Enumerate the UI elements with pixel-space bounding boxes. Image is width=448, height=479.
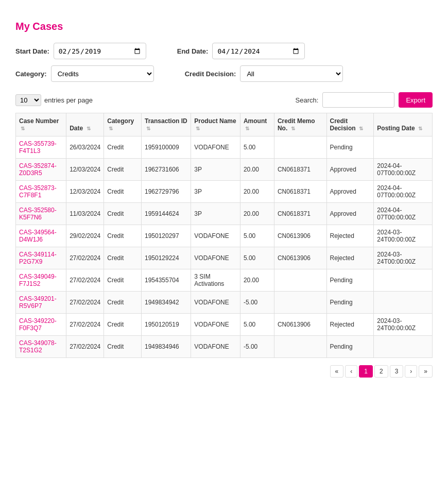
end-date-input[interactable] xyxy=(212,43,305,59)
cell-category: Credit xyxy=(104,225,142,247)
cell-posting-date: 2024-03-24T00:00:00Z xyxy=(374,314,433,336)
credit-decision-select[interactable]: All Pending Approved Rejected xyxy=(240,65,343,82)
pagination-next[interactable]: › xyxy=(405,365,417,378)
col-header-credit-decision[interactable]: Credit Decision ⇅ xyxy=(326,113,374,136)
cell-credit-memo-no: CN0618371 xyxy=(274,203,326,225)
cell-posting-date: 2024-04-07T00:00:00Z xyxy=(374,203,433,225)
cell-credit-decision: Pending xyxy=(326,269,374,292)
start-date-input[interactable] xyxy=(54,43,146,59)
pagination-page-1[interactable]: 1 xyxy=(359,365,373,378)
cell-credit-decision: Approved xyxy=(326,159,374,181)
cell-date: 12/03/2024 xyxy=(66,181,104,203)
cell-case-number: CAS-349220-F0F3Q7 xyxy=(16,314,66,336)
cell-date: 27/02/2024 xyxy=(66,314,104,336)
cell-product-name: 3P xyxy=(191,203,240,225)
cell-product-name: 3 SIM Activations xyxy=(191,269,240,292)
pagination-prev[interactable]: ‹ xyxy=(345,365,357,378)
cell-amount: 5.00 xyxy=(240,136,274,159)
cell-product-name: VODAFONE xyxy=(191,247,240,269)
cell-amount: 20.00 xyxy=(240,269,274,292)
cell-posting-date xyxy=(374,336,433,358)
cell-transaction-id: 1949834942 xyxy=(141,292,191,314)
end-date-label: End Date: xyxy=(177,47,209,55)
category-label: Category: xyxy=(15,70,47,78)
cases-table: Case Number ⇅ Date ⇅ Category ⇅ Transact… xyxy=(15,113,433,358)
col-header-posting-date[interactable]: Posting Date ⇅ xyxy=(374,113,433,136)
col-header-amount[interactable]: Amount ⇅ xyxy=(240,113,274,136)
cell-product-name: VODAFONE xyxy=(191,292,240,314)
cell-amount: 5.00 xyxy=(240,225,274,247)
cell-transaction-id: 1962731606 xyxy=(141,159,191,181)
case-number-link[interactable]: CAS-355739-F4T1L3 xyxy=(19,140,57,155)
cell-credit-memo-no: CN0613906 xyxy=(274,314,326,336)
cell-credit-decision: Rejected xyxy=(326,314,374,336)
case-number-link[interactable]: CAS-349201-R5V6P7 xyxy=(19,295,57,310)
col-header-credit-memo-no[interactable]: Credit Memo No. ⇅ xyxy=(274,113,326,136)
cell-credit-decision: Pending xyxy=(326,136,374,159)
cell-case-number: CAS-352580-K5F7N6 xyxy=(16,203,66,225)
sort-icon-credit-decision: ⇅ xyxy=(359,126,363,131)
cell-amount: 5.00 xyxy=(240,314,274,336)
cell-amount: 20.00 xyxy=(240,203,274,225)
sort-icon-category: ⇅ xyxy=(109,126,113,131)
search-label: Search: xyxy=(296,96,319,104)
sort-icon-credit-memo-no: ⇅ xyxy=(291,126,295,131)
pagination-page-2[interactable]: 2 xyxy=(374,365,388,378)
table-row: CAS-349049-F7J1S2 27/02/2024 Credit 1954… xyxy=(16,269,433,292)
cell-case-number: CAS-355739-F4T1L3 xyxy=(16,136,66,159)
cell-credit-decision: Rejected xyxy=(326,247,374,269)
cell-amount: 20.00 xyxy=(240,159,274,181)
cell-case-number: CAS-349201-R5V6P7 xyxy=(16,292,66,314)
table-row: CAS-355739-F4T1L3 26/03/2024 Credit 1959… xyxy=(16,136,433,159)
sort-icon-posting-date: ⇅ xyxy=(418,126,422,131)
table-row: CAS-349564-D4W1J6 29/02/2024 Credit 1950… xyxy=(16,225,433,247)
case-number-link[interactable]: CAS-349049-F7J1S2 xyxy=(19,273,57,287)
pagination-last[interactable]: » xyxy=(419,365,433,378)
pagination-first[interactable]: « xyxy=(330,365,344,378)
col-header-product-name[interactable]: Product Name ⇅ xyxy=(191,113,240,136)
cell-posting-date xyxy=(374,136,433,159)
table-row: CAS-349114-P2G7X9 27/02/2024 Credit 1950… xyxy=(16,247,433,269)
pagination-page-3[interactable]: 3 xyxy=(390,365,404,378)
search-input[interactable] xyxy=(322,92,394,108)
cell-transaction-id: 1954355704 xyxy=(141,269,191,292)
table-row: CAS-352873-C7F8F1 12/03/2024 Credit 1962… xyxy=(16,181,433,203)
case-number-link[interactable]: CAS-349564-D4W1J6 xyxy=(19,229,57,243)
cell-product-name: VODAFONE xyxy=(191,225,240,247)
pagination: « ‹ 1 2 3 › » xyxy=(15,365,433,378)
case-number-link[interactable]: CAS-349078-T2S1G2 xyxy=(19,339,57,354)
case-number-link[interactable]: CAS-352874-Z0D3R5 xyxy=(19,162,57,177)
cell-credit-decision: Pending xyxy=(326,292,374,314)
case-number-link[interactable]: CAS-352873-C7F8F1 xyxy=(19,184,57,199)
entries-per-page-select[interactable]: 10 25 50 100 xyxy=(15,94,41,106)
cell-date: 11/03/2024 xyxy=(66,203,104,225)
cell-product-name: VODAFONE xyxy=(191,336,240,358)
cell-product-name: VODAFONE xyxy=(191,136,240,159)
sort-icon-case-number: ⇅ xyxy=(21,126,25,131)
cell-case-number: CAS-349114-P2G7X9 xyxy=(16,247,66,269)
cell-credit-decision: Pending xyxy=(326,336,374,358)
table-row: CAS-352874-Z0D3R5 12/03/2024 Credit 1962… xyxy=(16,159,433,181)
credit-decision-filter-label: Credit Decision: xyxy=(185,70,236,78)
cell-product-name: VODAFONE xyxy=(191,314,240,336)
cell-category: Credit xyxy=(104,247,142,269)
sort-icon-product-name: ⇅ xyxy=(196,126,200,131)
cell-date: 12/03/2024 xyxy=(66,159,104,181)
cell-case-number: CAS-352873-C7F8F1 xyxy=(16,181,66,203)
case-number-link[interactable]: CAS-349220-F0F3Q7 xyxy=(19,317,57,332)
cell-category: Credit xyxy=(104,336,142,358)
col-header-category[interactable]: Category ⇅ xyxy=(104,113,142,136)
cell-product-name: 3P xyxy=(191,159,240,181)
case-number-link[interactable]: CAS-349114-P2G7X9 xyxy=(19,251,57,265)
case-number-link[interactable]: CAS-352580-K5F7N6 xyxy=(19,207,57,221)
col-header-transaction-id[interactable]: Transaction ID ⇅ xyxy=(141,113,191,136)
col-header-date[interactable]: Date ⇅ xyxy=(66,113,104,136)
col-header-case-number[interactable]: Case Number ⇅ xyxy=(16,113,66,136)
export-button[interactable]: Export xyxy=(399,92,433,108)
category-select[interactable]: Credits Debits All xyxy=(51,65,154,82)
cell-date: 27/02/2024 xyxy=(66,292,104,314)
table-row: CAS-349078-T2S1G2 27/02/2024 Credit 1949… xyxy=(16,336,433,358)
cell-credit-memo-no xyxy=(274,336,326,358)
table-row: CAS-349220-F0F3Q7 27/02/2024 Credit 1950… xyxy=(16,314,433,336)
sort-icon-amount: ⇅ xyxy=(245,126,249,131)
